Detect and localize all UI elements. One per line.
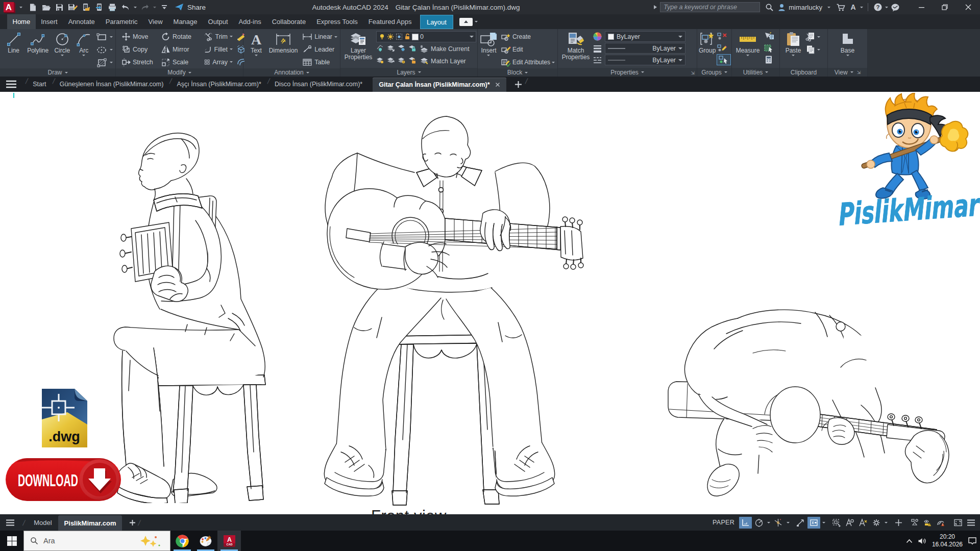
- annotation-visibility-icon[interactable]: [843, 517, 856, 529]
- ribbon-tab-add-ins[interactable]: Add-ins: [233, 14, 266, 29]
- clean-screen-icon[interactable]: [951, 517, 964, 529]
- help-icon[interactable]: ?: [872, 2, 884, 13]
- plot-icon[interactable]: [106, 2, 118, 13]
- taskbar-app-paint[interactable]: [194, 531, 217, 551]
- graphics-performance-icon[interactable]: !: [935, 517, 948, 529]
- linetype-dropdown[interactable]: ByLayer: [605, 55, 685, 65]
- undo-icon[interactable]: [119, 2, 132, 13]
- rectangle-button[interactable]: [95, 31, 114, 43]
- ribbon-tab-manage[interactable]: Manage: [168, 14, 203, 29]
- ellipse-button[interactable]: [95, 44, 114, 56]
- modify-panel-label[interactable]: Modify: [116, 68, 243, 77]
- layout-tab-model[interactable]: Model: [28, 514, 58, 531]
- annotation-panel-label[interactable]: Annotation: [243, 68, 340, 77]
- open-file-icon[interactable]: [40, 2, 52, 13]
- help-caret-icon[interactable]: [884, 2, 889, 13]
- signed-in-user-name[interactable]: mimarlucky: [789, 4, 822, 11]
- ribbon-minimize-button[interactable]: [459, 18, 473, 26]
- search-expand-arrow-icon[interactable]: [653, 4, 657, 11]
- ribbon-tab-insert[interactable]: Insert: [36, 14, 63, 29]
- annotation-monitor-icon[interactable]: [909, 517, 921, 529]
- quick-select-icon[interactable]: [763, 42, 774, 54]
- windows-start-button[interactable]: [0, 531, 23, 551]
- layer-lock-icon[interactable]: [408, 44, 416, 54]
- layout-tabs-menu-icon[interactable]: [0, 519, 20, 526]
- move-button[interactable]: Move: [120, 30, 160, 43]
- trim-button[interactable]: Trim: [203, 30, 234, 43]
- autodesk-app-icon[interactable]: A: [847, 2, 859, 13]
- layers-panel-label[interactable]: Layers: [340, 68, 477, 77]
- doc-tab-guneslenen-insan[interactable]: Güneşlenen İnsan (PislikMimar.com): [57, 77, 167, 92]
- paste-button[interactable]: Paste: [783, 30, 803, 56]
- properties-dialog-launcher-icon[interactable]: ⇲: [691, 70, 695, 76]
- ribbon-tab-express-tools[interactable]: Express Tools: [311, 14, 363, 29]
- linear-button[interactable]: Linear: [301, 31, 339, 43]
- taskbar-app-autocad[interactable]: ACAD: [217, 531, 241, 551]
- block-panel-label[interactable]: Block: [478, 68, 557, 77]
- group-button[interactable]: Group: [699, 30, 716, 54]
- hidden-icons-chevron[interactable]: [906, 539, 913, 543]
- cart-icon[interactable]: [835, 2, 847, 13]
- doc-tabs-menu-icon[interactable]: [0, 77, 22, 92]
- taskbar-app-chrome[interactable]: [170, 531, 194, 551]
- ribbon-tab-parametric[interactable]: Parametric: [100, 14, 143, 29]
- circle-button[interactable]: Circle: [52, 30, 72, 56]
- text-button[interactable]: A Text: [247, 30, 266, 56]
- view-dialog-launcher-icon[interactable]: ⇲: [857, 70, 861, 75]
- arc-button[interactable]: Arc: [76, 30, 92, 56]
- match-layer-button[interactable]: Match Layer: [420, 56, 466, 67]
- new-layout-button[interactable]: [129, 519, 136, 526]
- save-icon[interactable]: [53, 2, 65, 13]
- rotate-button[interactable]: Rotate: [160, 30, 203, 43]
- workspace-switching-icon[interactable]: [892, 517, 905, 529]
- keyword-search-field[interactable]: Type a keyword or phrase: [660, 2, 760, 12]
- annotation-scale-caret-icon[interactable]: [883, 517, 889, 529]
- speaker-icon[interactable]: [918, 537, 927, 545]
- layer-freeze-all-icon[interactable]: [398, 56, 406, 66]
- layer-on-all-icon[interactable]: [376, 56, 384, 66]
- download-button[interactable]: DOWNLOAD: [5, 457, 122, 502]
- insert-button[interactable]: Insert: [479, 30, 498, 56]
- draw-panel-label[interactable]: Draw: [0, 68, 115, 77]
- copy-button[interactable]: Copy: [120, 43, 160, 56]
- layer-dropdown[interactable]: 0: [376, 31, 476, 42]
- block-create-button[interactable]: Create: [499, 31, 556, 43]
- table-button[interactable]: Table: [301, 56, 339, 68]
- layer-freeze-icon[interactable]: [398, 44, 406, 54]
- new-file-icon[interactable]: [27, 2, 39, 13]
- object-snap-tracking-caret-icon[interactable]: [785, 517, 791, 529]
- group-selection-toggle[interactable]: [717, 54, 731, 65]
- hatch-button[interactable]: [95, 57, 114, 68]
- measure-button[interactable]: Measure: [734, 30, 761, 56]
- polar-tracking-caret-icon[interactable]: [766, 517, 771, 529]
- mirror-button[interactable]: Mirror: [160, 43, 203, 56]
- scale-button[interactable]: Scale: [160, 56, 203, 68]
- layer-isolate-icon[interactable]: [387, 44, 395, 54]
- make-current-button[interactable]: Make Current: [420, 43, 470, 55]
- feedback-icon[interactable]: [889, 2, 901, 13]
- minimize-button[interactable]: [910, 0, 933, 14]
- dynamic-input-icon[interactable]: [807, 517, 820, 529]
- properties-panel-label[interactable]: Properties⇲: [558, 68, 697, 77]
- match-properties-button[interactable]: Match Properties: [561, 30, 591, 61]
- selection-cycling-icon[interactable]: [830, 517, 843, 529]
- autodesk-app-caret-icon[interactable]: [859, 2, 864, 13]
- quick-calculator-icon[interactable]: [763, 54, 774, 65]
- user-avatar-icon[interactable]: [775, 2, 788, 13]
- ribbon-tab-output[interactable]: Output: [203, 14, 233, 29]
- snap-mode-icon[interactable]: [739, 517, 752, 529]
- redo-caret-icon[interactable]: [152, 2, 157, 13]
- layer-thaw-all-icon[interactable]: [387, 56, 395, 66]
- ungroup-icon[interactable]: [717, 31, 731, 42]
- doc-tab-gitar-calan-insan[interactable]: Gitar Çalan İnsan (PislikMimar.com)*: [373, 78, 506, 92]
- search-icon[interactable]: [763, 2, 775, 13]
- fillet-button[interactable]: Fillet: [203, 43, 234, 56]
- autoscale-icon[interactable]: [856, 517, 869, 529]
- polyline-button[interactable]: Polyline: [27, 30, 48, 54]
- redo-icon[interactable]: [139, 2, 151, 13]
- block-edit-button[interactable]: Edit: [499, 43, 556, 56]
- ribbon-tab-view[interactable]: View: [143, 14, 168, 29]
- group-edit-icon[interactable]: [717, 42, 731, 54]
- ribbon-tab-annotate[interactable]: Annotate: [63, 14, 100, 29]
- view-panel-label[interactable]: View⇲: [828, 68, 867, 77]
